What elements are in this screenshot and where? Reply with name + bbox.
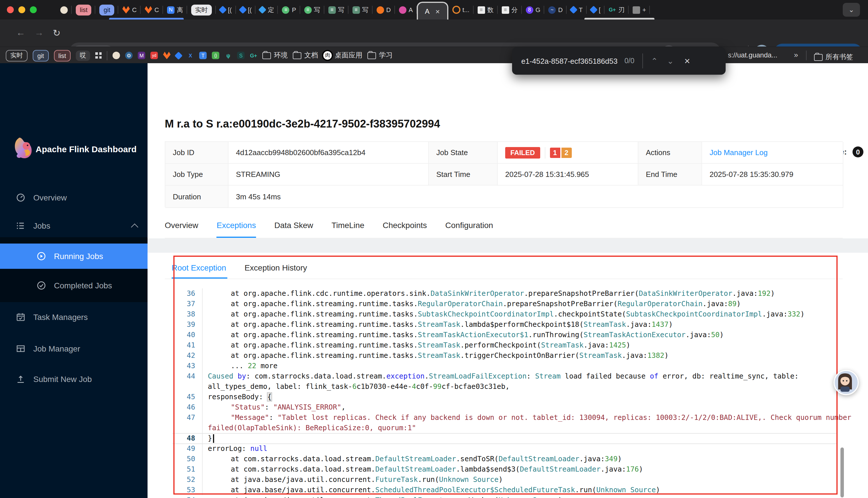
- code-token: SubtaskCheckpointCoordinatorImpl: [418, 310, 554, 318]
- tab-timeline[interactable]: TimeLine: [331, 221, 364, 238]
- bookmark-diamond-icon[interactable]: [176, 53, 181, 58]
- browser-tab[interactable]: 实时: [187, 0, 216, 19]
- browser-tab[interactable]: [(: [236, 0, 256, 19]
- tab-root-exception[interactable]: Root Exception: [172, 263, 226, 272]
- line-content: at org.apache.flink.streaming.runtime.ta…: [231, 330, 724, 340]
- state-count-badge-1[interactable]: 1: [550, 147, 560, 158]
- find-previous-icon[interactable]: ⌃: [651, 56, 657, 65]
- sidebar-item-running-jobs[interactable]: Running Jobs: [0, 244, 148, 269]
- tab-close-icon[interactable]: ✕: [435, 8, 440, 15]
- browser-tab[interactable]: ≡写: [324, 0, 349, 19]
- sidebar-item-submit-new-job[interactable]: Submit New Job: [0, 368, 148, 391]
- forward-icon[interactable]: →: [35, 28, 44, 38]
- job-manager-log-link[interactable]: Job Manager Log: [702, 142, 843, 164]
- browser-tab[interactable]: ≡写: [349, 0, 372, 19]
- browser-tab[interactable]: list: [72, 0, 96, 19]
- bookmark-gitlab-icon[interactable]: [163, 52, 171, 59]
- browser-tab[interactable]: git: [96, 0, 118, 19]
- bookmark-shield-s-icon[interactable]: S: [237, 52, 245, 59]
- sidebar-item-overview[interactable]: Overview: [0, 186, 148, 209]
- sidebar-item-completed-jobs[interactable]: Completed Jobs: [0, 274, 148, 297]
- minimize-window-button[interactable]: [18, 6, 25, 13]
- browser-tab[interactable]: ~D: [544, 0, 567, 19]
- tab-group-chip[interactable]: 实时: [191, 4, 212, 15]
- browser-tab[interactable]: N离: [163, 0, 187, 19]
- message-count-badge[interactable]: 0: [853, 146, 864, 157]
- browser-tab[interactable]: ≡写: [300, 0, 324, 19]
- line-number: 47: [172, 412, 195, 423]
- tab-exception-history[interactable]: Exception History: [245, 263, 307, 272]
- find-input[interactable]: e1-452a-8587-ecf365186d53: [521, 56, 618, 65]
- code-token: .java:: [626, 320, 652, 329]
- browser-tab[interactable]: T: [567, 0, 587, 19]
- sidebar-item-jobs[interactable]: Jobs: [0, 214, 148, 237]
- tab-overview[interactable]: Overview: [165, 221, 198, 238]
- bookmark-youdao-icon[interactable]: yd: [150, 52, 158, 59]
- browser-tab[interactable]: +: [628, 0, 650, 19]
- bookmark-teambition-icon[interactable]: T: [199, 52, 207, 59]
- bookmark-item-truncated[interactable]: s://uat.guanda...: [728, 51, 777, 59]
- bookmark-mybatis-icon[interactable]: M: [138, 52, 145, 59]
- browser-tab[interactable]: A: [395, 0, 417, 19]
- code-token: DefaultStreamLoader: [375, 465, 456, 473]
- code-token: StreamTask: [418, 341, 460, 349]
- scrollbar-thumb[interactable]: [840, 447, 844, 497]
- tab-group-chip[interactable]: list: [76, 4, 92, 15]
- browser-tab[interactable]: C: [118, 0, 141, 19]
- bookmark-desktop-app[interactable]: 肉桌面应用: [323, 51, 362, 60]
- bookmark-x-icon[interactable]: X: [187, 52, 194, 59]
- tab-exceptions[interactable]: Exceptions: [217, 221, 256, 238]
- tab-checkpoints[interactable]: Checkpoints: [383, 221, 427, 238]
- bookmark-group-chip[interactable]: 哎: [76, 50, 90, 61]
- browser-tab[interactable]: ≡分: [498, 0, 521, 19]
- browser-tab[interactable]: ≡P: [278, 0, 300, 19]
- tab-data-skew[interactable]: Data Skew: [274, 221, 313, 238]
- bookmark-group-chip[interactable]: list: [54, 50, 71, 61]
- bookmark-plant-icon[interactable]: ψ: [225, 52, 232, 59]
- bookmark-group-chip[interactable]: git: [33, 50, 49, 61]
- browser-tab[interactable]: [: [587, 0, 605, 19]
- bookmark-jenkins-icon[interactable]: [112, 52, 120, 59]
- bookmark-group-chip[interactable]: 实时: [6, 50, 28, 61]
- floating-assistant-avatar[interactable]: [833, 370, 859, 395]
- tab-groups-grid-icon[interactable]: [95, 52, 101, 58]
- browser-tab-active[interactable]: A✕: [417, 2, 448, 20]
- sidebar-item-label: Jobs: [33, 221, 50, 230]
- zoom-window-button[interactable]: [30, 6, 37, 13]
- reload-icon[interactable]: ↻: [53, 28, 60, 39]
- close-window-button[interactable]: [7, 6, 14, 13]
- back-icon[interactable]: ←: [16, 28, 25, 38]
- bookmark-folder-study[interactable]: 学习: [367, 51, 393, 60]
- state-count-badge-2[interactable]: 2: [561, 147, 571, 158]
- code-token: ): [664, 352, 668, 359]
- tab-group-chip[interactable]: git: [99, 4, 114, 15]
- doc-favicon-icon: ≡: [501, 6, 509, 13]
- browser-tab[interactable]: G+刃: [605, 0, 628, 19]
- line-number: 36: [172, 288, 195, 299]
- browser-tab[interactable]: 8G: [521, 0, 544, 19]
- bookmarks-overflow-chevron[interactable]: »: [794, 51, 798, 59]
- find-next-icon[interactable]: ⌄: [667, 56, 674, 65]
- code-token: RegularOperatorChain: [618, 300, 702, 308]
- bookmark-json-icon[interactable]: {}: [212, 52, 219, 59]
- tab-configuration[interactable]: Configuration: [445, 221, 493, 238]
- browser-tab[interactable]: C: [141, 0, 163, 19]
- sidebar-item-task-managers[interactable]: Task Managers: [0, 305, 148, 329]
- tab-search-chevron-button[interactable]: ⌄: [843, 3, 860, 17]
- bookmark-gear-icon[interactable]: ⚙: [125, 52, 133, 59]
- bookmark-folder-env[interactable]: 环境: [262, 51, 288, 60]
- all-bookmarks-button[interactable]: 所有书签: [814, 52, 853, 62]
- find-close-icon[interactable]: ✕: [684, 56, 690, 65]
- browser-tab[interactable]: t...: [448, 0, 473, 19]
- line-number: 45: [172, 392, 195, 402]
- browser-tab[interactable]: D: [372, 0, 395, 19]
- current-line-bottom-rule: [172, 443, 837, 444]
- browser-tab[interactable]: 定: [256, 0, 278, 19]
- sidebar-item-job-manager[interactable]: Job Manager: [0, 337, 148, 360]
- bookmark-gplus-icon[interactable]: G+: [250, 52, 257, 59]
- browser-tab[interactable]: [56, 0, 72, 19]
- browser-tab[interactable]: [(: [216, 0, 236, 19]
- browser-tab[interactable]: ≡数: [473, 0, 498, 19]
- line-number: 49: [172, 443, 195, 454]
- bookmark-folder-docs[interactable]: 文档: [293, 51, 318, 60]
